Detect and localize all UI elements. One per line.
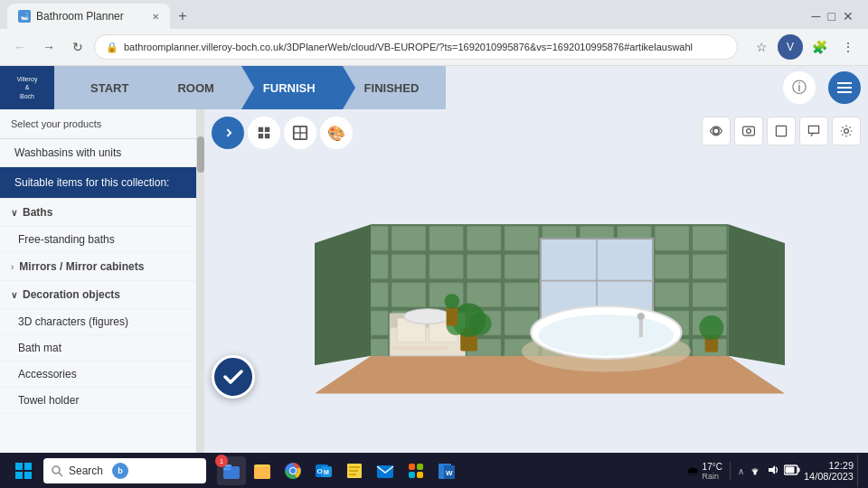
refresh-button[interactable]: ↻ bbox=[65, 34, 90, 60]
viewport: 🎨 bbox=[204, 109, 868, 453]
system-tray: 🌧 17°C Rain ∧ bbox=[686, 462, 800, 481]
svg-point-43 bbox=[445, 294, 460, 309]
taskbar-app-chrome[interactable] bbox=[278, 456, 307, 485]
sidebar-section-baths[interactable]: ∨ Baths bbox=[0, 199, 196, 227]
nav-step-furnish[interactable]: FURNISH bbox=[241, 66, 343, 109]
nav-step-finished[interactable]: FINISHED bbox=[343, 66, 447, 109]
svg-point-59 bbox=[290, 468, 296, 474]
secure-icon: 🔒 bbox=[106, 42, 118, 53]
svg-point-39 bbox=[469, 313, 492, 335]
browser-actions: ☆ V 🧩 ⋮ bbox=[749, 34, 861, 60]
sidebar: Select your products Washbasins with uni… bbox=[0, 109, 197, 453]
svg-line-50 bbox=[59, 473, 62, 476]
viewport-right-btn-screenshot[interactable] bbox=[734, 117, 763, 145]
sidebar-item-3d-characters[interactable]: 3D characters (figures) bbox=[0, 309, 196, 335]
logo-text: Villeroy bbox=[17, 75, 38, 83]
tab-favicon: 🛁 bbox=[18, 10, 31, 23]
windows-icon bbox=[14, 462, 33, 480]
nav-step-room[interactable]: ROOM bbox=[156, 66, 241, 109]
sidebar-scrollbar[interactable] bbox=[197, 109, 204, 453]
weather-info: 17°C Rain bbox=[703, 462, 722, 481]
view-icon bbox=[709, 124, 723, 138]
sidebar-item-washbasins[interactable]: Washbasins with units bbox=[0, 139, 196, 167]
checkmark-overlay[interactable] bbox=[212, 355, 255, 399]
suitable-label: Suitable items for this collection: bbox=[14, 176, 169, 189]
accessories-label: Accessories bbox=[18, 368, 77, 380]
maximize-button[interactable]: □ bbox=[828, 9, 835, 23]
baths-label: Baths bbox=[23, 206, 52, 219]
taskbar-app-mail[interactable] bbox=[371, 456, 400, 485]
info-button[interactable]: ⓘ bbox=[783, 71, 816, 104]
viewport-right-btn-view[interactable] bbox=[702, 117, 731, 145]
clock[interactable]: 12:29 14/08/2023 bbox=[804, 460, 854, 482]
viewport-right-tools bbox=[702, 117, 861, 145]
viewport-right-btn-fullscreen[interactable] bbox=[767, 117, 796, 145]
sidebar-section-mirrors[interactable]: › Mirrors / Mirror cabinets bbox=[0, 253, 196, 281]
show-desktop-button[interactable] bbox=[857, 455, 861, 487]
extension-button[interactable]: 🧩 bbox=[807, 34, 832, 60]
profile-button[interactable]: V bbox=[778, 34, 803, 60]
screenshot-icon bbox=[741, 124, 756, 138]
notification-badge: 1 bbox=[215, 455, 228, 467]
forward-button[interactable]: → bbox=[36, 34, 61, 60]
tab-close-button[interactable]: ✕ bbox=[152, 12, 159, 22]
svg-marker-77 bbox=[769, 465, 775, 474]
sidebar-section-decoration[interactable]: ∨ Decoration objects bbox=[0, 281, 196, 309]
taskbar-right: 🌧 17°C Rain ∧ 12:29 bbox=[686, 455, 861, 487]
taskbar-app-sticky[interactable] bbox=[340, 456, 369, 485]
active-tab[interactable]: 🛁 Bathroom Planner ✕ bbox=[7, 4, 170, 29]
sidebar-item-towel-holder[interactable]: Towel holder bbox=[0, 388, 196, 414]
address-bar[interactable]: 🔒 bathroomplanner.villeroy-boch.co.uk/3D… bbox=[94, 34, 738, 60]
viewport-right-btn-settings[interactable] bbox=[832, 117, 861, 145]
new-tab-button[interactable]: + bbox=[170, 4, 195, 29]
weather-widget[interactable]: 🌧 17°C Rain bbox=[686, 462, 722, 481]
taskbar-app-store[interactable] bbox=[401, 456, 430, 485]
svg-rect-2 bbox=[259, 134, 263, 138]
svg-point-9 bbox=[747, 129, 751, 134]
taskbar-apps: 1 bbox=[217, 456, 461, 485]
viewport-btn-layout[interactable] bbox=[284, 117, 316, 149]
clock-time: 12:29 bbox=[804, 460, 854, 471]
viewport-btn-navigate[interactable] bbox=[212, 117, 244, 149]
weather-temp: 17°C bbox=[703, 462, 722, 472]
sidebar-item-suitable: Suitable items for this collection: bbox=[0, 167, 196, 199]
tab-label: Bathroom Planner bbox=[36, 10, 124, 23]
back-button[interactable]: ← bbox=[7, 34, 33, 60]
tray-expand-button[interactable]: ∧ bbox=[738, 466, 744, 476]
taskbar-app-word[interactable]: W bbox=[432, 456, 461, 485]
mirrors-chevron-icon: › bbox=[11, 262, 14, 272]
taskbar-app-explorer[interactable]: 1 bbox=[217, 456, 246, 485]
svg-rect-48 bbox=[24, 472, 32, 479]
washbasins-label: Washbasins with units bbox=[14, 146, 121, 159]
close-button[interactable]: ✕ bbox=[843, 9, 854, 23]
products-icon bbox=[256, 125, 272, 141]
menu-button[interactable]: ⋮ bbox=[835, 34, 861, 60]
svg-rect-79 bbox=[797, 467, 799, 472]
svg-marker-15 bbox=[729, 224, 785, 365]
navigate-icon bbox=[220, 125, 236, 141]
room-svg bbox=[315, 164, 785, 417]
taskbar-app-outlook[interactable]: M O bbox=[309, 456, 338, 485]
viewport-btn-products[interactable] bbox=[248, 117, 280, 149]
nav-step-start[interactable]: START bbox=[54, 66, 156, 109]
viewport-btn-color[interactable]: 🎨 bbox=[320, 117, 353, 149]
taskbar-app-files[interactable] bbox=[248, 456, 277, 485]
minimize-button[interactable]: ─ bbox=[812, 9, 821, 23]
network-icon bbox=[748, 463, 762, 480]
svg-rect-80 bbox=[785, 466, 794, 473]
taskbar-search[interactable]: Search b bbox=[43, 458, 206, 483]
nav-steps: START ROOM FURNISH FINISHED bbox=[54, 66, 778, 109]
sidebar-item-accessories[interactable]: Accessories bbox=[0, 361, 196, 388]
browser-controls: ← → ↻ 🔒 bathroomplanner.villeroy-boch.co… bbox=[0, 29, 868, 65]
files-icon bbox=[252, 461, 272, 481]
bookmark-button[interactable]: ☆ bbox=[749, 34, 774, 60]
start-button[interactable] bbox=[7, 455, 40, 487]
baths-chevron-icon: ∨ bbox=[11, 208, 17, 218]
menu-hamburger-button[interactable] bbox=[828, 71, 861, 104]
scrollbar-thumb[interactable] bbox=[197, 136, 204, 173]
viewport-right-btn-comment[interactable] bbox=[799, 117, 828, 145]
viewport-toolbar: 🎨 bbox=[212, 117, 353, 149]
sidebar-item-freestanding-baths[interactable]: Free-standing baths bbox=[0, 227, 196, 253]
svg-point-41 bbox=[699, 315, 723, 340]
sidebar-item-bath-mat[interactable]: Bath mat bbox=[0, 335, 196, 361]
